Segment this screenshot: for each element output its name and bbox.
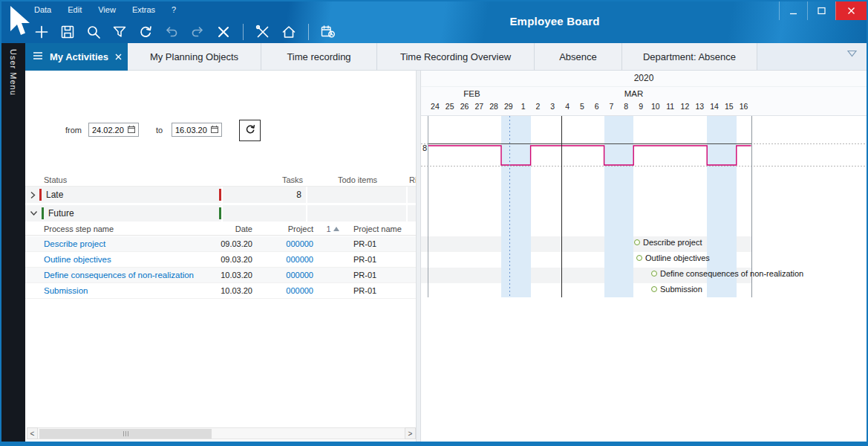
chevron-down-icon[interactable] bbox=[30, 210, 38, 217]
milestone-icon bbox=[634, 239, 640, 245]
pointer-logo-icon bbox=[7, 4, 33, 40]
column-header-risks[interactable]: Ris bbox=[408, 175, 416, 184]
tab-time-recording[interactable]: Time recording bbox=[261, 43, 377, 71]
day-cell: 1 bbox=[516, 102, 531, 111]
close-tab-icon[interactable] bbox=[115, 54, 122, 60]
tools-button[interactable] bbox=[254, 23, 272, 41]
process-step-link[interactable]: Define consequences of non-realization bbox=[25, 271, 211, 279]
hamburger-icon[interactable] bbox=[33, 51, 43, 62]
chevron-right-icon[interactable] bbox=[30, 191, 36, 199]
date-cell: 10.03.20 bbox=[211, 271, 252, 279]
calendar-icon[interactable] bbox=[210, 123, 219, 137]
project-link[interactable]: 000000 bbox=[252, 255, 319, 264]
project-link[interactable]: 000000 bbox=[252, 271, 319, 279]
from-date-field[interactable] bbox=[88, 123, 139, 137]
from-date-input[interactable] bbox=[89, 126, 125, 135]
day-cell: 28 bbox=[486, 102, 501, 111]
apply-refresh-button[interactable] bbox=[239, 120, 261, 141]
column-header-todo-items[interactable]: Todo items bbox=[307, 175, 408, 184]
day-cell: 26 bbox=[457, 102, 472, 111]
process-step-link[interactable]: Outline objectives bbox=[25, 255, 211, 264]
day-cell: 10 bbox=[648, 102, 663, 111]
toolbar-separator bbox=[243, 24, 244, 40]
home-button[interactable] bbox=[280, 23, 298, 41]
sort-order: 1 bbox=[326, 224, 330, 233]
process-step-link[interactable]: Describe project bbox=[25, 239, 211, 248]
save-button[interactable] bbox=[59, 23, 76, 41]
process-step-link[interactable]: Submission bbox=[25, 286, 211, 295]
pane-splitter[interactable] bbox=[416, 71, 421, 442]
table-row[interactable]: Submission 10.03.20 000000 PR-01 bbox=[25, 283, 416, 299]
tab-my-activities[interactable]: My Activities bbox=[25, 43, 128, 71]
scrollbar-track[interactable] bbox=[38, 427, 405, 439]
timeline-days-row: 24 25 26 27 28 29 1 2 3 4 5 6 7 8 9 10 1… bbox=[428, 102, 751, 111]
tab-my-planning-objects[interactable]: My Planning Objects bbox=[128, 43, 261, 71]
day-cell: 14 bbox=[707, 102, 722, 111]
filter-button[interactable] bbox=[111, 23, 128, 41]
milestone-outline-objectives[interactable]: Outline objectives bbox=[636, 253, 710, 262]
minimize-icon bbox=[789, 4, 797, 18]
group-row-future[interactable]: Future bbox=[25, 205, 416, 222]
undo-button[interactable] bbox=[163, 23, 180, 41]
day-cell: 12 bbox=[678, 102, 693, 111]
column-header-process-step-name[interactable]: Process step name bbox=[25, 224, 211, 233]
table-row[interactable]: Define consequences of non-realization 1… bbox=[25, 268, 416, 283]
tab-department-absence[interactable]: Department: Absence bbox=[622, 43, 757, 71]
menu-extras[interactable]: Extras bbox=[132, 5, 155, 14]
date-cell: 10.03.20 bbox=[211, 286, 252, 295]
group-status-cell: Late bbox=[25, 187, 223, 203]
close-button[interactable] bbox=[835, 1, 867, 20]
group-tasks-count: 8 bbox=[223, 187, 307, 203]
minimize-button[interactable] bbox=[779, 1, 807, 20]
timeline-month-feb: FEB bbox=[428, 87, 516, 101]
milestone-submission[interactable]: Submission bbox=[651, 285, 702, 294]
day-cell: 3 bbox=[545, 102, 560, 111]
sort-indicator[interactable]: 1 bbox=[319, 224, 346, 233]
redo-button[interactable] bbox=[189, 23, 206, 41]
project-name-cell: PR-01 bbox=[346, 255, 416, 264]
table-row[interactable]: Outline objectives 09.03.20 000000 PR-01 bbox=[25, 252, 416, 268]
menu-view[interactable]: View bbox=[98, 5, 116, 14]
scroll-right-button[interactable]: > bbox=[405, 427, 416, 439]
tab-time-recording-overview[interactable]: Time Recording Overview bbox=[377, 43, 535, 71]
to-date-input[interactable] bbox=[172, 126, 208, 135]
user-menu-strip[interactable]: User Menu bbox=[1, 43, 25, 442]
planning-board-button[interactable] bbox=[319, 23, 337, 41]
window-controls bbox=[779, 1, 867, 20]
to-date-field[interactable] bbox=[172, 123, 222, 137]
maximize-button[interactable] bbox=[807, 1, 835, 20]
column-header-date[interactable]: Date bbox=[211, 224, 252, 233]
gantt-pane: 2020 FEB MAR 24 25 26 27 28 29 1 2 3 4 5… bbox=[421, 71, 867, 442]
search-button[interactable] bbox=[85, 23, 102, 41]
day-cell: 2 bbox=[531, 102, 546, 111]
group-row-late[interactable]: Late 8 bbox=[25, 187, 416, 203]
toolbar bbox=[33, 21, 337, 43]
column-header-tasks[interactable]: Tasks bbox=[223, 175, 307, 184]
menu-help[interactable]: ? bbox=[172, 5, 176, 14]
app-window: Data Edit View Extras ? Employee Board bbox=[0, 0, 868, 446]
refresh-button[interactable] bbox=[137, 23, 154, 41]
milestone-describe-project[interactable]: Describe project bbox=[634, 238, 702, 247]
project-link[interactable]: 000000 bbox=[252, 239, 319, 248]
column-header-project-name[interactable]: Project name bbox=[346, 224, 416, 233]
delete-button[interactable] bbox=[215, 23, 232, 41]
group-label: Future bbox=[48, 208, 74, 219]
milestone-icon bbox=[651, 271, 657, 277]
menu-data[interactable]: Data bbox=[34, 5, 51, 14]
column-header-status[interactable]: Status bbox=[25, 175, 223, 184]
tab-absence[interactable]: Absence bbox=[535, 43, 622, 71]
add-button[interactable] bbox=[33, 23, 50, 41]
scroll-left-button[interactable]: < bbox=[27, 427, 38, 439]
scrollbar-thumb[interactable] bbox=[39, 429, 212, 439]
project-link[interactable]: 000000 bbox=[252, 286, 319, 295]
column-header-project[interactable]: Project bbox=[252, 224, 319, 233]
menu-edit[interactable]: Edit bbox=[68, 5, 82, 14]
timeline-month-mar: MAR bbox=[516, 87, 751, 101]
tab-list-dropdown-icon[interactable] bbox=[847, 47, 857, 60]
tabbar: My Activities My Planning Objects Time r… bbox=[25, 43, 867, 71]
milestone-define-consequences[interactable]: Define consequences of non-realization bbox=[651, 269, 803, 278]
day-cell: 4 bbox=[560, 102, 575, 111]
calendar-icon[interactable] bbox=[127, 123, 136, 137]
table-row[interactable]: Describe project 09.03.20 000000 PR-01 bbox=[25, 236, 416, 252]
group-label: Late bbox=[46, 190, 63, 200]
